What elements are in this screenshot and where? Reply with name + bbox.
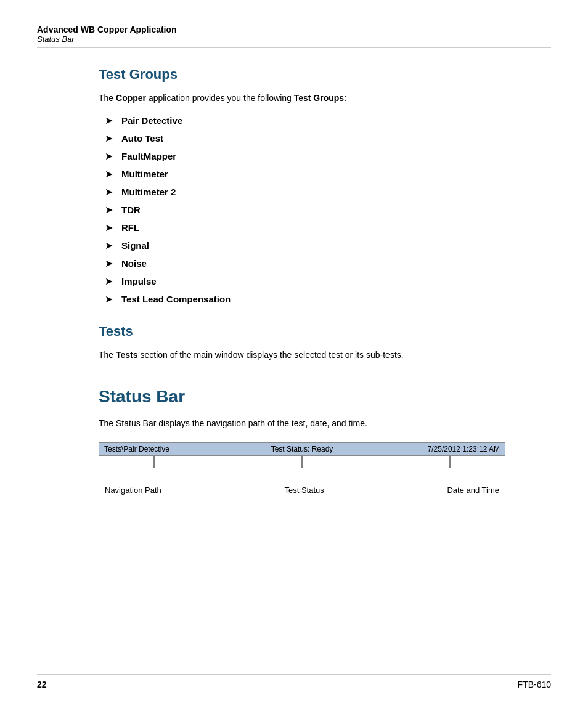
list-item: ➤Noise bbox=[105, 258, 514, 269]
nav-path-label: Navigation Path bbox=[105, 485, 161, 495]
arrow-icon: ➤ bbox=[105, 150, 113, 162]
status-bar-body: The Status Bar displays the navigation p… bbox=[99, 416, 514, 430]
arrow-icon: ➤ bbox=[105, 186, 113, 198]
status-bar-section: Status Bar The Status Bar displays the n… bbox=[99, 387, 514, 495]
list-item-label: TDR bbox=[121, 205, 141, 215]
status-bar-test-status: Test Status: Ready bbox=[236, 445, 368, 453]
page-footer: 22 FTB-610 bbox=[37, 674, 551, 689]
list-item: ➤Signal bbox=[105, 240, 514, 251]
test-groups-section: Test Groups The Copper application provi… bbox=[99, 67, 514, 305]
status-bar-nav-path: Tests\Pair Detective bbox=[104, 445, 236, 453]
intro-prefix: The bbox=[99, 93, 116, 103]
arrow-icon: ➤ bbox=[105, 204, 113, 216]
list-item-label: Impulse bbox=[121, 276, 157, 286]
status-bar-widget: Tests\Pair Detective Test Status: Ready … bbox=[99, 442, 505, 456]
status-bar-demo: Tests\Pair Detective Test Status: Ready … bbox=[99, 442, 514, 495]
header-title: Advanced WB Copper Application bbox=[37, 25, 551, 34]
header-subtitle: Status Bar bbox=[37, 34, 551, 44]
list-item: ➤Pair Detective bbox=[105, 115, 514, 126]
test-groups-intro: The Copper application provides you the … bbox=[99, 91, 514, 105]
intro-middle: application provides you the following bbox=[146, 93, 294, 103]
callout-labels: Navigation Path Test Status Date and Tim… bbox=[99, 485, 505, 495]
list-item-label: Auto Test bbox=[121, 133, 163, 144]
intro-copper: Copper bbox=[116, 93, 146, 103]
footer-doc-number: FTB-610 bbox=[518, 680, 551, 689]
tests-body-suffix: section of the main window displays the … bbox=[138, 350, 404, 360]
test-groups-list: ➤Pair Detective➤Auto Test➤FaultMapper➤Mu… bbox=[105, 115, 514, 305]
arrow-icon: ➤ bbox=[105, 222, 113, 233]
list-item: ➤TDR bbox=[105, 204, 514, 216]
datetime-label: Date and Time bbox=[447, 485, 499, 495]
arrow-icon: ➤ bbox=[105, 132, 113, 144]
test-groups-heading: Test Groups bbox=[99, 67, 514, 83]
list-item: ➤RFL bbox=[105, 222, 514, 233]
list-item: ➤FaultMapper bbox=[105, 150, 514, 162]
list-item: ➤Test Lead Compensation bbox=[105, 293, 514, 305]
tests-section: Tests The Tests section of the main wind… bbox=[99, 323, 514, 362]
list-item-label: Multimeter bbox=[121, 169, 168, 179]
footer-page-number: 22 bbox=[37, 680, 47, 689]
list-item: ➤Multimeter bbox=[105, 168, 514, 180]
arrow-icon: ➤ bbox=[105, 258, 113, 269]
tests-body-prefix: The bbox=[99, 350, 116, 360]
arrow-icon: ➤ bbox=[105, 275, 113, 287]
status-bar-heading: Status Bar bbox=[99, 387, 514, 407]
callout-lines-svg bbox=[99, 456, 505, 481]
arrow-icon: ➤ bbox=[105, 168, 113, 180]
list-item: ➤Auto Test bbox=[105, 132, 514, 144]
list-item-label: Multimeter 2 bbox=[121, 187, 176, 197]
arrow-icon: ➤ bbox=[105, 240, 113, 251]
list-item-label: Pair Detective bbox=[121, 115, 182, 126]
list-item-label: FaultMapper bbox=[121, 151, 176, 161]
list-item: ➤Impulse bbox=[105, 275, 514, 287]
page-header: Advanced WB Copper Application Status Ba… bbox=[37, 25, 551, 48]
tests-heading: Tests bbox=[99, 323, 514, 339]
intro-test-groups: Test Groups bbox=[294, 93, 344, 103]
test-status-label: Test Status bbox=[284, 485, 324, 495]
tests-body: The Tests section of the main window dis… bbox=[99, 348, 514, 362]
intro-suffix: : bbox=[344, 93, 346, 103]
content-area: Test Groups The Copper application provi… bbox=[99, 67, 514, 495]
status-bar-datetime: 7/25/2012 1:23:12 AM bbox=[368, 445, 500, 453]
arrow-icon: ➤ bbox=[105, 115, 113, 126]
list-item-label: Noise bbox=[121, 258, 147, 269]
tests-body-bold: Tests bbox=[116, 350, 138, 360]
list-item-label: Signal bbox=[121, 240, 149, 251]
list-item-label: Test Lead Compensation bbox=[121, 294, 231, 304]
list-item-label: RFL bbox=[121, 222, 139, 233]
arrow-icon: ➤ bbox=[105, 293, 113, 305]
page-container: Advanced WB Copper Application Status Ba… bbox=[0, 0, 588, 714]
list-item: ➤Multimeter 2 bbox=[105, 186, 514, 198]
